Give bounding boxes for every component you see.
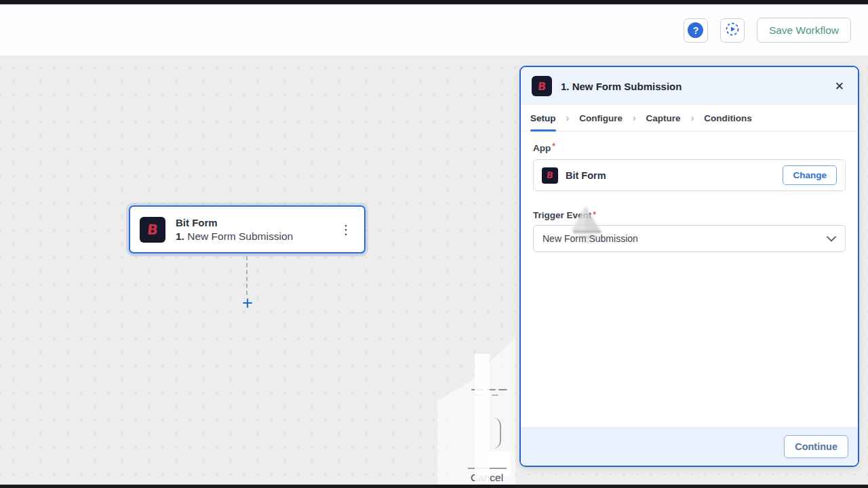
panel-tabs: Setup › Configure › Capture › Conditions (521, 105, 858, 131)
ghost-white-strip (475, 354, 490, 488)
continue-button[interactable]: Continue (784, 435, 848, 458)
tab-configure[interactable]: Configure (579, 113, 623, 123)
tab-setup[interactable]: Setup (530, 113, 556, 123)
trigger-event-label: Trigger Event* (533, 210, 846, 220)
bit-form-logo-icon: B (542, 167, 558, 184)
workflow-builder-screen: ? Save Workflow B Bit Form 1. New Form S… (0, 0, 868, 488)
required-asterisk: * (552, 142, 555, 151)
panel-step-title: New Form Submission (572, 81, 682, 92)
close-icon[interactable]: ✕ (832, 79, 847, 94)
trigger-event-select[interactable]: New Form Submission (533, 225, 846, 252)
panel-body: App* B Bit Form Change Trigger Event* Ne… (521, 131, 858, 427)
ghost-dash (498, 389, 507, 390)
app-selected-name: Bit Form (566, 170, 606, 181)
node-step-label: New Form Submission (187, 230, 293, 242)
question-icon: ? (688, 22, 703, 38)
chevron-down-icon (827, 233, 836, 244)
trigger-event-value: New Form Submission (542, 233, 638, 244)
chevron-right-icon: › (691, 113, 694, 123)
required-asterisk: * (593, 210, 596, 220)
node-app-name: Bit Form (176, 217, 293, 228)
node-kebab-menu-icon[interactable]: ⋮ (337, 222, 355, 237)
bit-form-logo-icon: B (532, 76, 552, 96)
node-step-title: 1. New Form Submission (176, 230, 293, 243)
change-app-button[interactable]: Change (783, 165, 837, 185)
run-history-button[interactable] (720, 18, 745, 43)
node-step-number: 1. (176, 230, 184, 242)
bit-form-logo-icon: B (140, 217, 165, 243)
ghost-border-fragment (493, 418, 501, 449)
top-window-bar (0, 0, 868, 4)
bottom-window-bar (0, 485, 868, 488)
step-detail-panel: B 1. New Form Submission ✕ Setup › Confi… (519, 66, 859, 467)
chevron-right-icon: › (633, 113, 636, 123)
run-history-icon (724, 21, 741, 39)
app-field-label: App* (533, 143, 555, 153)
add-step-button[interactable]: + (239, 294, 256, 312)
chevron-right-icon: › (566, 113, 570, 123)
app-selected-box: B Bit Form Change (533, 159, 846, 191)
app-header: ? Save Workflow (0, 5, 868, 56)
ghost-dash (492, 394, 498, 396)
panel-title: 1. New Form Submission (561, 81, 682, 92)
node-text: Bit Form 1. New Form Submission (176, 217, 293, 243)
panel-step-number: 1. (561, 81, 570, 92)
tab-conditions[interactable]: Conditions (704, 113, 752, 123)
workflow-node-bit-form[interactable]: B Bit Form 1. New Form Submission ⋮ (129, 205, 366, 253)
panel-footer: Continue (521, 427, 858, 466)
panel-header: B 1. New Form Submission ✕ (521, 67, 858, 105)
ghost-dialog-artifact: Cancel (437, 338, 515, 488)
help-button[interactable]: ? (684, 18, 708, 43)
save-workflow-button[interactable]: Save Workflow (757, 18, 851, 43)
tab-capture[interactable]: Capture (646, 113, 681, 123)
node-connector-line (246, 256, 248, 295)
